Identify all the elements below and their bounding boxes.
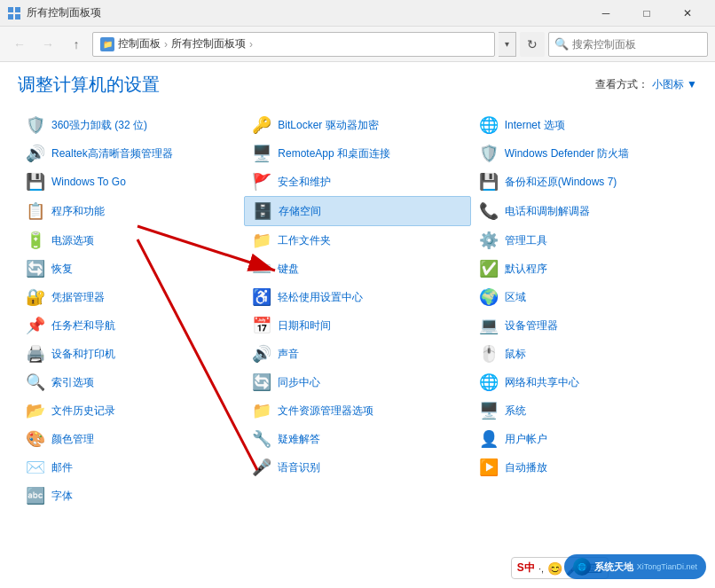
address-path[interactable]: 📁 控制面板 › 所有控制面板项 › xyxy=(92,32,495,57)
item-icon: 🔍 xyxy=(25,372,46,393)
item-label: 颜色管理 xyxy=(51,432,94,447)
ime-icon[interactable]: S中 xyxy=(517,561,535,576)
list-item[interactable]: 🌐Internet 选项 xyxy=(471,111,697,139)
list-item[interactable]: 🖱️鼠标 xyxy=(471,340,697,368)
punctuation-icon[interactable]: ·, xyxy=(538,563,544,574)
item-icon: 📌 xyxy=(25,315,46,336)
svg-rect-2 xyxy=(8,14,13,20)
minimize-button[interactable]: ─ xyxy=(585,0,626,27)
list-item[interactable]: 🔄恢复 xyxy=(18,255,244,283)
close-button[interactable]: ✕ xyxy=(667,0,708,27)
item-icon: 📞 xyxy=(478,200,499,222)
list-item[interactable]: 🖥️系统 xyxy=(471,396,697,425)
item-label: 区域 xyxy=(505,290,526,305)
refresh-button[interactable]: ↻ xyxy=(520,32,545,57)
list-item[interactable]: 🔊Realtek高清晰音频管理器 xyxy=(18,139,244,168)
forward-button[interactable]: → xyxy=(35,32,60,57)
item-icon: 🌐 xyxy=(478,372,499,393)
list-item[interactable]: 👤用户帐户 xyxy=(471,425,697,453)
items-grid: 🛡️360强力卸载 (32 位)🔑BitLocker 驱动器加密🌐Interne… xyxy=(18,111,697,510)
item-icon: 🌐 xyxy=(478,114,499,136)
list-item[interactable]: 🎨颜色管理 xyxy=(18,425,244,453)
item-label: 声音 xyxy=(278,347,299,362)
path-separator-1: › xyxy=(164,38,168,51)
list-item[interactable]: 🔑BitLocker 驱动器加密 xyxy=(244,111,470,139)
item-label: 鼠标 xyxy=(505,347,526,362)
list-item[interactable]: 📂文件历史记录 xyxy=(18,396,244,425)
item-label: 360强力卸载 (32 位) xyxy=(51,118,147,133)
item-icon: 🖱️ xyxy=(478,343,499,365)
list-item[interactable]: 🔊声音 xyxy=(244,340,470,368)
item-label: 网络和共享中心 xyxy=(505,375,579,390)
item-icon: 🎤 xyxy=(251,457,272,478)
list-item[interactable]: 🖨️设备和打印机 xyxy=(18,340,244,368)
item-label: Windows To Go xyxy=(51,176,126,188)
list-item[interactable]: ✅默认程序 xyxy=(471,255,697,283)
back-button[interactable]: ← xyxy=(7,32,32,57)
item-icon: 💻 xyxy=(478,315,499,336)
list-item[interactable]: 🔧疑难解答 xyxy=(244,425,470,453)
list-item[interactable]: 📁文件资源管理器选项 xyxy=(244,396,470,425)
up-button[interactable]: ↑ xyxy=(64,32,89,57)
item-label: 文件历史记录 xyxy=(51,404,115,419)
item-label: 文件资源管理器选项 xyxy=(278,404,373,419)
main-content: 调整计算机的设置 查看方式： 小图标 ▼ 🛡️360强力卸载 (32 位)🔑Bi… xyxy=(0,62,715,588)
item-icon: ▶️ xyxy=(478,457,499,478)
list-item[interactable]: 💾备份和还原(Windows 7) xyxy=(471,168,697,196)
list-item[interactable]: 📞电话和调制解调器 xyxy=(471,196,697,226)
item-label: 任务栏和导航 xyxy=(51,318,115,333)
item-icon: 👤 xyxy=(478,428,499,450)
list-item[interactable]: ⚙️管理工具 xyxy=(471,226,697,255)
item-label: 自动播放 xyxy=(505,460,547,475)
list-item[interactable]: 🎤语音识别 xyxy=(244,453,470,482)
list-item[interactable]: 📁工作文件夹 xyxy=(244,226,470,255)
view-value-link[interactable]: 小图标 ▼ xyxy=(652,77,697,92)
item-label: 默认程序 xyxy=(505,262,547,277)
item-label: 安全和维护 xyxy=(278,175,331,190)
list-item[interactable]: 🌍区域 xyxy=(471,283,697,311)
watermark-icon: 🌐 xyxy=(573,558,591,576)
list-item[interactable]: 🖥️RemoteApp 和桌面连接 xyxy=(244,139,470,168)
list-item[interactable]: 🔐凭据管理器 xyxy=(18,283,244,311)
item-label: 恢复 xyxy=(51,262,73,277)
search-input[interactable] xyxy=(572,38,702,51)
list-item[interactable]: 🛡️360强力卸载 (32 位) xyxy=(18,111,244,139)
item-label: 工作文件夹 xyxy=(278,233,331,248)
item-label: 设备管理器 xyxy=(505,318,558,333)
list-item[interactable]: 🔍索引选项 xyxy=(18,368,244,396)
item-icon: 🎨 xyxy=(25,428,46,450)
item-label: Internet 选项 xyxy=(505,118,565,133)
list-item[interactable]: ▶️自动播放 xyxy=(471,453,697,482)
item-label: 疑难解答 xyxy=(278,432,320,447)
view-options: 查看方式： 小图标 ▼ xyxy=(595,77,697,92)
list-item[interactable]: 💾Windows To Go xyxy=(18,168,244,196)
list-item[interactable]: 🛡️Windows Defender 防火墙 xyxy=(471,139,697,168)
list-item[interactable]: 🚩安全和维护 xyxy=(244,168,470,196)
list-item[interactable]: 🔄同步中心 xyxy=(244,368,470,396)
svg-rect-0 xyxy=(8,7,13,12)
list-item[interactable]: ✉️邮件 xyxy=(18,453,244,482)
path-separator-2: › xyxy=(249,38,253,51)
list-item[interactable]: 📌任务栏和导航 xyxy=(18,311,244,340)
item-icon: 🔧 xyxy=(251,428,272,450)
list-item[interactable]: 🔤字体 xyxy=(18,482,244,510)
search-box: 🔍 xyxy=(548,32,708,57)
list-item[interactable]: 📋程序和功能 xyxy=(18,196,244,226)
path-dropdown-button[interactable]: ▾ xyxy=(499,32,516,57)
content-header: 调整计算机的设置 查看方式： 小图标 ▼ xyxy=(0,62,715,104)
item-icon: 📋 xyxy=(25,200,46,222)
list-item[interactable]: 🔋电源选项 xyxy=(18,226,244,255)
item-label: 日期和时间 xyxy=(278,318,331,333)
item-label: 存储空间 xyxy=(279,204,321,219)
list-item[interactable]: 💻设备管理器 xyxy=(471,311,697,340)
list-item[interactable]: ⌨️键盘 xyxy=(244,255,470,283)
list-item[interactable]: 🗄️存储空间 xyxy=(244,196,470,226)
item-icon: 🔄 xyxy=(25,258,46,279)
maximize-button[interactable]: □ xyxy=(626,0,667,27)
list-item[interactable]: 📅日期和时间 xyxy=(244,311,470,340)
list-item[interactable]: 🌐网络和共享中心 xyxy=(471,368,697,396)
list-item[interactable]: ♿轻松使用设置中心 xyxy=(244,283,470,311)
svg-rect-1 xyxy=(15,7,20,12)
emoji-icon[interactable]: 😊 xyxy=(547,561,562,576)
search-icon: 🔍 xyxy=(554,37,569,51)
